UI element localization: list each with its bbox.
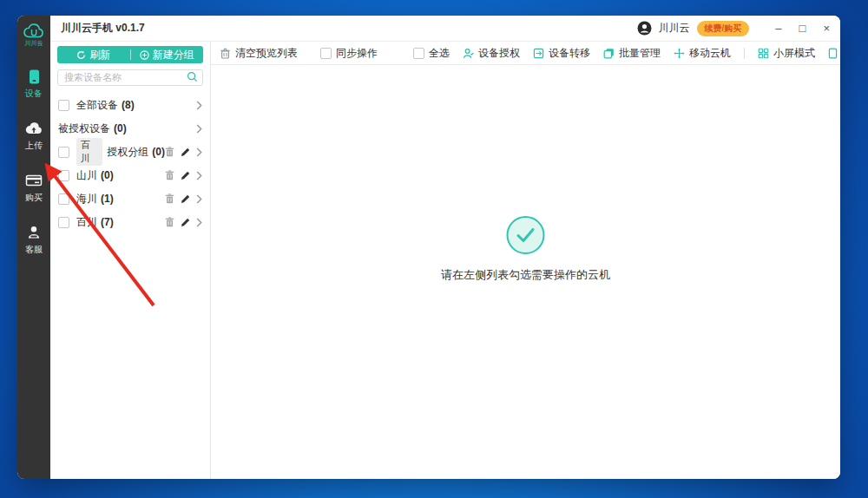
new-group-label: 新建分组 [153, 48, 194, 62]
device-transfer-label: 设备转移 [549, 46, 590, 61]
edit-pencil-icon[interactable] [181, 194, 190, 204]
list-item-group[interactable]: 百川 (7) [50, 211, 210, 234]
list-item-group[interactable]: 海川 (1) [50, 187, 210, 211]
person-icon [463, 48, 474, 59]
row-count: (1) [101, 193, 114, 205]
user-avatar[interactable] [637, 21, 652, 36]
credit-card-icon [25, 172, 43, 189]
row-checkbox[interactable] [58, 147, 69, 158]
renew-buy-badge[interactable]: 续费/购买 [697, 21, 750, 36]
window-title: 川川云手机 v0.1.7 [61, 21, 145, 36]
search-input[interactable] [57, 69, 203, 86]
sidebar-item-label: 客服 [25, 244, 43, 256]
sidebar-item-label: 设备 [25, 88, 43, 100]
sync-operation-toggle[interactable]: 同步操作 [320, 46, 378, 61]
row-label: 海川 [76, 192, 97, 206]
chevron-right-icon[interactable] [196, 218, 202, 227]
user-name[interactable]: 川川云 [659, 21, 690, 36]
row-label: 百川 [76, 215, 97, 230]
trash-icon [220, 48, 231, 59]
row-checkbox[interactable] [58, 170, 69, 181]
move-cloud-button[interactable]: 移动云机 [674, 46, 731, 61]
close-button[interactable]: × [823, 23, 830, 34]
row-count: (0) [152, 146, 165, 158]
list-item-group[interactable]: 山川 (0) [50, 164, 210, 187]
sync-checkbox[interactable] [320, 48, 332, 59]
list-item-group[interactable]: 百川 授权分组 (0) [50, 141, 210, 164]
select-all-checkbox[interactable] [413, 48, 424, 59]
trash-icon[interactable] [165, 193, 174, 204]
titlebar: 川川云手机 v0.1.7 川川云 续费/购买 – □ × [50, 16, 840, 42]
new-group-button[interactable]: 新建分组 [131, 46, 204, 63]
group-owner-tag: 百川 [76, 138, 102, 166]
maximize-button[interactable]: □ [799, 23, 806, 34]
clear-preview-label: 清空预览列表 [235, 46, 298, 61]
trash-icon[interactable] [165, 147, 174, 157]
minimize-button[interactable]: – [775, 23, 781, 34]
sidebar-item-support[interactable]: 客服 [25, 224, 43, 256]
refresh-label: 刷新 [89, 48, 110, 62]
row-label: 被授权设备 [58, 121, 110, 136]
empty-state-text: 请在左侧列表勾选需要操作的云机 [441, 267, 610, 283]
row-count: (0) [101, 169, 114, 181]
refresh-button[interactable]: 刷新 [57, 46, 130, 63]
chevron-right-icon[interactable] [196, 194, 202, 204]
sidebar-item-buy[interactable]: 购买 [25, 172, 43, 204]
batch-manage-button[interactable]: 批量管理 [603, 46, 661, 61]
move-arrows-icon [674, 48, 685, 59]
device-transfer-button[interactable]: 设备转移 [533, 46, 590, 61]
grid-icon [758, 48, 769, 59]
device-auth-button[interactable]: 设备授权 [463, 46, 520, 61]
toolbar-divider [744, 48, 745, 59]
device-group-panel: 刷新 新建分组 [50, 42, 211, 479]
clear-preview-button[interactable]: 清空预览列表 [220, 46, 298, 61]
transfer-icon [533, 48, 544, 59]
check-circle-icon [507, 216, 545, 254]
edit-pencil-icon[interactable] [181, 147, 190, 157]
app-window: 川川云 设备 上传 [17, 16, 840, 479]
trash-icon[interactable] [165, 170, 174, 180]
main-area: 清空预览列表 同步操作 全选 [211, 42, 840, 479]
small-screen-mode-button[interactable]: 小屏模式 [758, 46, 815, 61]
main-toolbar: 清空预览列表 同步操作 全选 [211, 42, 840, 65]
nav-sidebar: 川川云 设备 上传 [17, 16, 50, 479]
refresh-icon [76, 50, 86, 60]
edit-pencil-icon[interactable] [181, 171, 190, 180]
small-screen-label: 小屏模式 [773, 46, 815, 61]
row-count: (7) [101, 216, 114, 228]
chevron-right-icon[interactable] [196, 171, 202, 180]
select-all-toggle[interactable]: 全选 [413, 46, 450, 61]
sidebar-item-label: 上传 [25, 140, 43, 152]
search-icon[interactable] [187, 71, 198, 82]
row-checkbox[interactable] [58, 193, 69, 205]
logo-label: 川川云 [25, 39, 43, 48]
screen-rect-icon [828, 48, 838, 59]
row-checkbox[interactable] [58, 100, 69, 111]
sidebar-item-label: 购买 [25, 192, 43, 204]
empty-state: 请在左侧列表勾选需要操作的云机 [441, 216, 610, 283]
edit-pencil-icon[interactable] [181, 218, 190, 227]
copy-stack-icon [603, 48, 615, 59]
row-label: 授权分组 [107, 145, 148, 160]
row-label: 山川 [76, 168, 97, 183]
group-action-bar: 刷新 新建分组 [57, 46, 203, 63]
cloud-upload-icon [25, 120, 43, 137]
list-item-authorized-devices[interactable]: 被授权设备 (0) [50, 117, 210, 141]
select-all-label: 全选 [429, 46, 450, 61]
landscape-mode-button[interactable]: 横屏模式 [828, 46, 840, 61]
chevron-right-icon[interactable] [196, 124, 202, 134]
chevron-right-icon[interactable] [196, 147, 202, 157]
batch-manage-label: 批量管理 [619, 46, 661, 61]
row-checkbox[interactable] [58, 217, 69, 228]
row-count: (0) [114, 122, 127, 134]
list-item-all-devices[interactable]: 全部设备 (8) [50, 94, 210, 117]
sidebar-item-devices[interactable]: 设备 [25, 68, 43, 100]
app-logo: 川川云 [23, 23, 44, 48]
sidebar-item-upload[interactable]: 上传 [25, 120, 43, 152]
customer-service-icon [25, 224, 43, 241]
sync-label: 同步操作 [336, 46, 378, 61]
chevron-right-icon[interactable] [196, 101, 202, 110]
trash-icon[interactable] [165, 217, 174, 227]
move-cloud-label: 移动云机 [689, 46, 731, 61]
plus-circle-icon [140, 50, 149, 60]
